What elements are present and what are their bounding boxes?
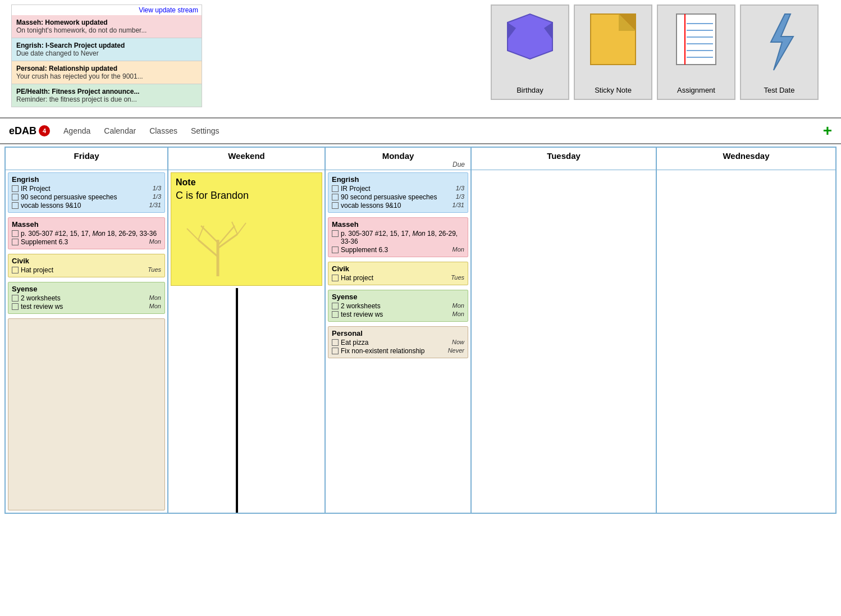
task-due: Never — [448, 347, 464, 354]
checkbox[interactable] — [12, 185, 19, 192]
notif-item-masseh[interactable]: Masseh: Homework updated On tonight's ho… — [12, 15, 202, 38]
col-header-friday: Friday — [6, 148, 167, 170]
task-text: 90 second persuasive speeches — [21, 193, 117, 201]
checkbox[interactable] — [12, 267, 19, 273]
col-tuesday: Tuesday — [472, 148, 657, 513]
block-monday-engrish[interactable]: Engrish IR Project 1/3 90 second persuas… — [328, 172, 468, 213]
wednesday-due — [659, 161, 833, 168]
checkbox[interactable] — [332, 230, 339, 237]
add-button[interactable]: + — [823, 122, 832, 140]
col-monday: Monday Due Engrish IR Project 1/3 90 sec… — [326, 148, 472, 513]
top-area: View update stream Masseh: Homework upda… — [0, 0, 841, 112]
sticky-note-title: Note — [176, 177, 317, 188]
nav-link-classes[interactable]: Classes — [149, 126, 177, 135]
tuesday-title: Tuesday — [474, 151, 653, 161]
calendar-grid: Friday Engrish IR Project 1/3 90 second … — [4, 147, 837, 514]
assignment-icon — [671, 11, 721, 73]
task-text: test review ws — [341, 311, 383, 318]
checkbox[interactable] — [12, 202, 19, 209]
block-monday-civik[interactable]: Civik Hat project Tues — [328, 262, 468, 285]
notif-item-pehealth[interactable]: PE/Health: Fitness Project announce... R… — [12, 84, 202, 107]
block-title-friday-syense: Syense — [12, 285, 161, 293]
task-row: test review ws Mon — [12, 303, 161, 311]
task-due: Mon — [149, 303, 161, 309]
svg-line-18 — [201, 226, 218, 243]
nav-link-calendar[interactable]: Calendar — [104, 126, 136, 135]
block-title-friday-civik: Civik — [12, 257, 161, 265]
checkbox[interactable] — [12, 194, 19, 200]
block-friday-syense[interactable]: Syense 2 worksheets Mon test review ws M… — [8, 282, 165, 314]
block-friday-empty[interactable] — [8, 318, 165, 510]
task-due: 1/3 — [153, 193, 161, 200]
notif-desc-pehealth: Reminder: the fitness project is due on.… — [16, 95, 197, 103]
block-friday-civik[interactable]: Civik Hat project Tues — [8, 254, 165, 277]
view-update-stream-link[interactable]: View update stream — [12, 5, 202, 15]
test-date-icon-box[interactable]: Test Date — [740, 4, 819, 100]
task-row: Eat pizza Now — [332, 339, 464, 346]
block-monday-personal[interactable]: Personal Eat pizza Now Fix non-existent … — [328, 326, 468, 358]
task-due: Tues — [451, 274, 464, 281]
checkbox[interactable] — [12, 239, 19, 245]
task-row: 2 worksheets Mon — [12, 294, 161, 302]
task-row: 90 second persuasive speeches 1/3 — [12, 193, 161, 201]
block-monday-syense[interactable]: Syense 2 worksheets Mon test review ws M… — [328, 290, 468, 322]
notif-desc-masseh: On tonight's homework, do not do number.… — [16, 26, 197, 34]
block-title-monday-personal: Personal — [332, 329, 464, 337]
svg-line-16 — [198, 240, 218, 257]
assignment-icon-box[interactable]: Assignment — [657, 4, 735, 100]
checkbox[interactable] — [332, 247, 339, 253]
task-row: p. 305-307 #12, 15, 17, Mon 18, 26-29, 3… — [12, 230, 161, 238]
notif-item-engrish[interactable]: Engrish: I-Search Project updated Due da… — [12, 38, 202, 61]
nav-logo: eDAB 4 — [9, 125, 50, 137]
notif-title-pehealth: PE/Health: Fitness Project announce... — [16, 88, 197, 95]
col-header-weekend: Weekend — [168, 148, 324, 170]
assignment-label: Assignment — [677, 86, 715, 94]
task-row: Hat project Tues — [332, 274, 464, 282]
col-friday: Friday Engrish IR Project 1/3 90 second … — [6, 148, 168, 513]
checkbox[interactable] — [332, 202, 339, 209]
task-text: vocab lessons 9&10 — [21, 202, 81, 209]
task-row: IR Project 1/3 — [12, 185, 161, 193]
checkbox[interactable] — [332, 185, 339, 192]
birthday-icon-box[interactable]: Birthday — [491, 4, 569, 100]
checkbox[interactable] — [332, 303, 339, 309]
checkbox[interactable] — [332, 339, 339, 346]
task-text: IR Project — [341, 185, 371, 193]
block-friday-masseh[interactable]: Masseh p. 305-307 #12, 15, 17, Mon 18, 2… — [8, 217, 165, 249]
task-row: Supplement 6.3 Mon — [12, 238, 161, 246]
icon-panel: Birthday Sticky Note — [491, 4, 819, 107]
checkbox[interactable] — [12, 295, 19, 302]
nav-link-agenda[interactable]: Agenda — [63, 126, 90, 135]
sticky-note[interactable]: Note C is for Brandon — [171, 172, 322, 286]
task-row: Fix non-existent relationship Never — [332, 347, 464, 355]
block-friday-engrish[interactable]: Engrish IR Project 1/3 90 second persuas… — [8, 172, 165, 213]
notif-title-engrish: Engrish: I-Search Project updated — [16, 42, 197, 49]
task-due: Mon — [149, 294, 161, 301]
nav-link-settings[interactable]: Settings — [191, 126, 220, 135]
checkbox[interactable] — [332, 194, 339, 200]
monday-title: Monday — [328, 151, 468, 161]
svg-line-21 — [198, 226, 204, 240]
checkbox[interactable] — [332, 275, 339, 281]
block-monday-masseh[interactable]: Masseh p. 305-307 #12, 15, 17, Mon 18, 2… — [328, 217, 468, 257]
task-text: Hat project — [341, 274, 373, 282]
task-text: 2 worksheets — [21, 294, 61, 302]
notif-desc-engrish: Due date changed to Never — [16, 49, 197, 57]
task-text: Hat project — [21, 266, 53, 274]
sticky-note-icon — [588, 11, 638, 73]
task-due: Tues — [148, 266, 161, 273]
task-text: vocab lessons 9&10 — [341, 202, 401, 209]
checkbox[interactable] — [12, 230, 19, 237]
friday-title: Friday — [8, 151, 165, 161]
checkbox[interactable] — [332, 348, 339, 354]
col-header-monday: Monday Due — [326, 148, 470, 170]
notif-title-masseh: Masseh: Homework updated — [16, 19, 197, 26]
sticky-note-icon-box[interactable]: Sticky Note — [574, 4, 652, 100]
task-row: 2 worksheets Mon — [332, 302, 464, 310]
checkbox[interactable] — [332, 311, 339, 318]
task-row: 90 second persuasive speeches 1/3 — [332, 193, 464, 201]
task-row: Supplement 6.3 Mon — [332, 246, 464, 254]
checkbox[interactable] — [12, 303, 19, 310]
task-due: Mon — [453, 246, 464, 253]
notif-item-personal[interactable]: Personal: Relationship updated Your crus… — [12, 61, 202, 84]
